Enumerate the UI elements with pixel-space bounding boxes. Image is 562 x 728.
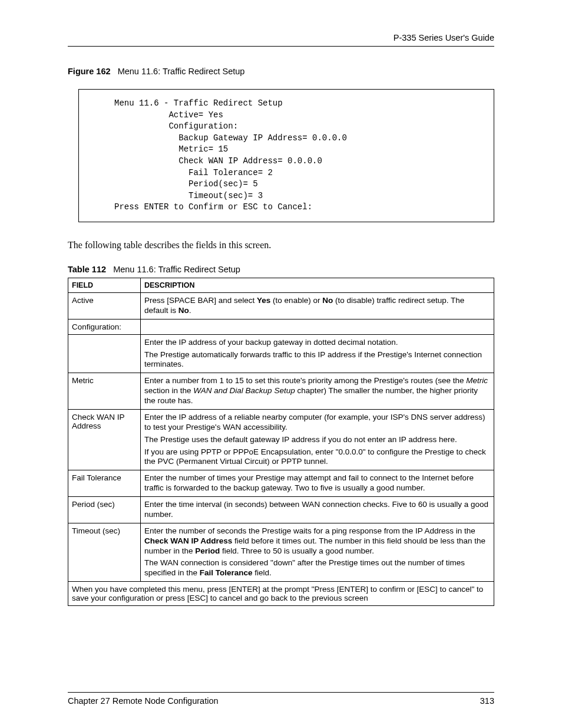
fields-table: FIELD DESCRIPTION Active Press [SPACE BA… — [68, 278, 494, 606]
running-header: P-335 Series User's Guide — [68, 33, 494, 47]
table-label: Table 112 — [68, 265, 106, 274]
field-name — [68, 334, 141, 373]
chapter-title: Chapter 27 Remote Node Configuration — [68, 696, 219, 706]
guide-title: P-335 Series User's Guide — [394, 33, 494, 42]
table-row: Timeout (sec) Enter the number of second… — [68, 523, 494, 581]
page-number: 313 — [480, 696, 494, 706]
col-header-field: FIELD — [68, 278, 141, 292]
table-row: Period (sec) Enter the time interval (in… — [68, 497, 494, 523]
field-desc: Enter the IP address of a reliable nearb… — [141, 409, 494, 470]
field-name: Timeout (sec) — [68, 523, 141, 581]
terminal-screenshot: Menu 11.6 - Traffic Redirect Setup Activ… — [78, 89, 494, 222]
page-footer: Chapter 27 Remote Node Configuration 313 — [68, 692, 494, 706]
table-caption: Table 112 Menu 11.6: Traffic Redirect Se… — [68, 265, 494, 274]
field-desc: Press [SPACE BAR] and select Yes (to ena… — [141, 292, 494, 319]
field-name: Active — [68, 292, 141, 319]
table-row: Enter the IP address of your backup gate… — [68, 334, 494, 373]
figure-label: Figure 162 — [68, 67, 111, 76]
intro-paragraph: The following table describes the fields… — [68, 240, 494, 251]
table-row: Check WAN IP Address Enter the IP addres… — [68, 409, 494, 470]
field-name: Fail Tolerance — [68, 470, 141, 497]
table-footnote: When you have completed this menu, press… — [68, 582, 494, 606]
figure-title: Menu 11.6: Traffic Redirect Setup — [118, 67, 245, 76]
field-desc: Enter the number of times your Prestige … — [141, 470, 494, 497]
table-row: Configuration: — [68, 319, 494, 334]
field-desc — [141, 319, 494, 334]
field-desc: Enter the number of seconds the Prestige… — [141, 523, 494, 581]
field-name: Configuration: — [68, 319, 141, 334]
page: P-335 Series User's Guide Figure 162 Men… — [0, 0, 562, 728]
field-desc: Enter the IP address of your backup gate… — [141, 334, 494, 373]
table-title: Menu 11.6: Traffic Redirect Setup — [113, 265, 240, 274]
table-footnote-row: When you have completed this menu, press… — [68, 582, 494, 606]
table-row: Fail Tolerance Enter the number of times… — [68, 470, 494, 497]
field-desc: Enter a number from 1 to 15 to set this … — [141, 373, 494, 410]
table-row: Active Press [SPACE BAR] and select Yes … — [68, 292, 494, 319]
field-name: Check WAN IP Address — [68, 409, 141, 470]
field-desc: Enter the time interval (in seconds) bet… — [141, 497, 494, 523]
table-header-row: FIELD DESCRIPTION — [68, 278, 494, 292]
field-name: Period (sec) — [68, 497, 141, 523]
figure-caption: Figure 162 Menu 11.6: Traffic Redirect S… — [68, 67, 494, 76]
col-header-desc: DESCRIPTION — [141, 278, 494, 292]
table-row: Metric Enter a number from 1 to 15 to se… — [68, 373, 494, 410]
field-name: Metric — [68, 373, 141, 410]
